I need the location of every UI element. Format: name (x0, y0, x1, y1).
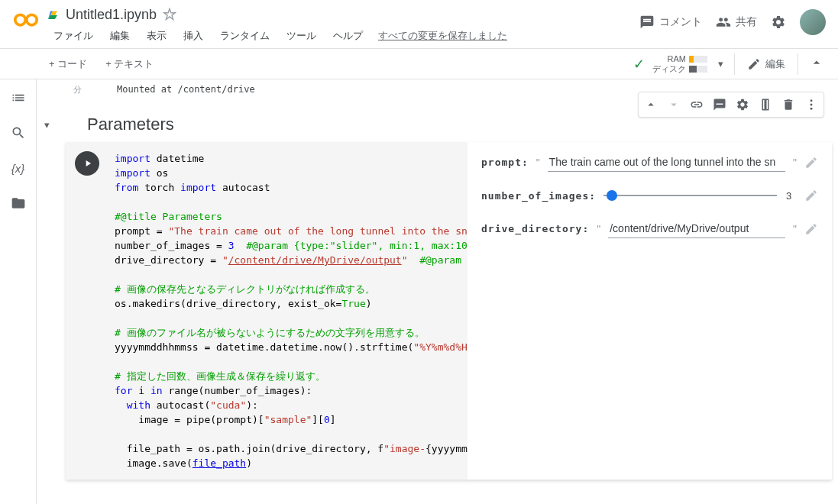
num-images-slider[interactable] (603, 195, 777, 196)
header-right: コメント 共有 (639, 5, 826, 35)
svg-point-5 (810, 108, 813, 110)
form-panel: prompt: " " number_of_images: 3 (468, 142, 832, 480)
dir-label: drive_directory: (481, 223, 589, 234)
num-images-label: number_of_images: (481, 190, 596, 202)
share-label: 共有 (736, 15, 757, 29)
notebook-toolbar: + コード + テキスト ✓ RAM ディスク ▾ 編集 (0, 49, 838, 79)
menu-insert[interactable]: 挿入 (176, 26, 211, 46)
svg-point-0 (15, 15, 26, 25)
prompt-input[interactable] (548, 153, 785, 172)
toggle-edit-button[interactable]: 編集 (743, 57, 790, 71)
left-sidebar: {x} (0, 79, 37, 504)
colab-logo (12, 6, 40, 34)
exec-time: 分 (73, 84, 82, 95)
menu-edit[interactable]: 編集 (102, 26, 138, 46)
quote-icon: " (536, 157, 540, 169)
cell-toolbar (638, 92, 824, 118)
edit-param-icon[interactable] (804, 222, 818, 236)
menu-file[interactable]: ファイル (46, 26, 101, 46)
variables-icon[interactable]: {x} (9, 159, 28, 177)
menu-runtime[interactable]: ランタイム (212, 26, 277, 46)
menu-help[interactable]: ヘルプ (325, 26, 370, 46)
move-up-icon[interactable] (640, 94, 662, 115)
move-down-icon[interactable] (663, 94, 684, 115)
svg-point-3 (810, 99, 813, 102)
comment-cell-icon[interactable] (709, 94, 730, 115)
app-header: Untitled1.ipynb ファイル 編集 表示 挿入 ランタイム ツール … (0, 0, 838, 49)
files-icon[interactable] (9, 194, 28, 212)
collapse-section-icon[interactable]: ▾ (44, 119, 50, 131)
collapse-header-button[interactable] (806, 52, 827, 76)
drive-icon (46, 8, 60, 21)
edit-label: 編集 (765, 57, 785, 71)
num-images-value: 3 (786, 190, 797, 202)
resource-menu-caret[interactable]: ▾ (715, 58, 726, 69)
svg-point-4 (810, 104, 813, 106)
menu-view[interactable]: 表示 (139, 26, 174, 46)
menu-tools[interactable]: ツール (279, 26, 324, 46)
ram-label: RAM (668, 54, 686, 64)
svg-point-1 (27, 15, 37, 25)
search-icon[interactable] (9, 124, 28, 142)
star-icon[interactable] (163, 8, 176, 21)
quote-icon: " (597, 223, 600, 235)
ram-gauge (689, 56, 707, 63)
run-button[interactable] (75, 151, 99, 176)
user-avatar[interactable] (800, 9, 826, 35)
title-area: Untitled1.ipynb ファイル 編集 表示 挿入 ランタイム ツール … (46, 5, 639, 46)
quote-icon: " (793, 157, 797, 169)
divider (798, 53, 798, 75)
cell: ▾ Parameters import datetime import os (66, 115, 832, 480)
add-text-button[interactable]: + テキスト (98, 54, 161, 74)
doc-title[interactable]: Untitled1.ipynb (66, 7, 157, 23)
divider (734, 53, 735, 75)
delete-cell-icon[interactable] (778, 94, 799, 115)
disk-label: ディスク (652, 64, 686, 74)
quote-icon: " (793, 223, 797, 235)
comment-button[interactable]: コメント (639, 15, 702, 30)
prompt-label: prompt: (481, 157, 529, 168)
status-check-icon: ✓ (633, 56, 645, 73)
menu-bar: ファイル 編集 表示 挿入 ランタイム ツール ヘルプ すべての変更を保存しまし… (46, 26, 639, 46)
settings-button[interactable] (771, 15, 786, 30)
add-code-button[interactable]: + コード (41, 54, 95, 74)
disk-gauge (689, 66, 707, 73)
notebook-main: 分 Mounted at /content/drive ▾ Parameters (37, 79, 838, 504)
dir-input[interactable] (608, 219, 785, 238)
share-button[interactable]: 共有 (716, 15, 757, 30)
mirror-cell-icon[interactable] (755, 94, 776, 115)
code-editor[interactable]: import datetime import os from torch imp… (108, 142, 468, 480)
toc-icon[interactable] (9, 89, 28, 107)
link-icon[interactable] (686, 94, 707, 115)
resource-indicator[interactable]: RAM ディスク (652, 54, 707, 74)
save-status[interactable]: すべての変更を保存しました (372, 26, 513, 46)
comment-label: コメント (659, 15, 702, 29)
more-icon[interactable] (801, 94, 822, 115)
gutter (66, 142, 108, 480)
cell-settings-icon[interactable] (732, 94, 753, 115)
edit-param-icon[interactable] (804, 156, 818, 170)
edit-param-icon[interactable] (804, 189, 818, 202)
